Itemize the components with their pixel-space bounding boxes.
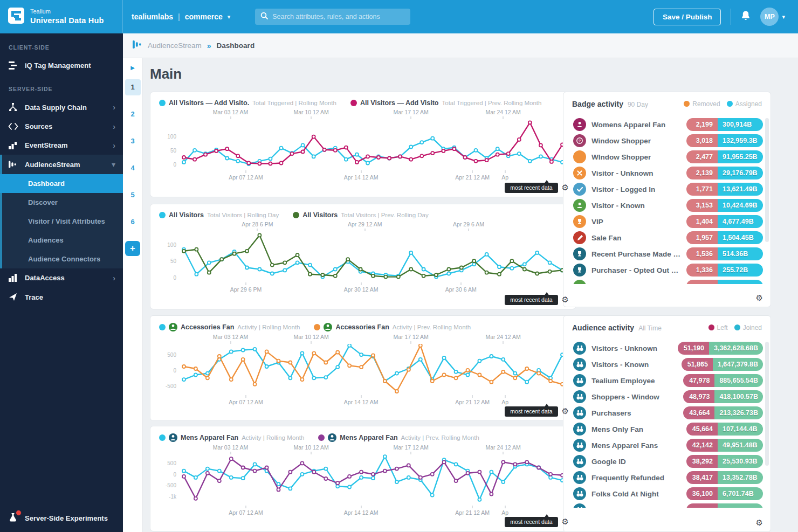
search-input[interactable]: [272, 13, 405, 20]
account-selector[interactable]: tealiumlabs | commerce ▾: [132, 12, 230, 21]
sidebar-item-visitor-visit-attributes[interactable]: Visitor / Visit Attributes: [2, 212, 123, 231]
page-tab-2[interactable]: 2: [125, 106, 141, 122]
gear-icon[interactable]: ⚙: [756, 518, 763, 528]
activity-row-name: Recent Purchase Made - O...: [591, 250, 681, 258]
activity-row[interactable]: [573, 503, 763, 508]
page-tab-6[interactable]: 6: [125, 214, 141, 230]
sidebar-item-audiencestream[interactable]: AudienceStream▾: [2, 155, 123, 174]
axis-label: Apr 29 6 PM: [230, 286, 262, 293]
notifications-bell-icon[interactable]: [741, 10, 751, 23]
activity-row[interactable]: Visitor - Logged In 1,771 13,621.49B: [573, 183, 763, 196]
panel-scrollbar[interactable]: [765, 342, 769, 466]
axis-label: Apr 21 12 AM: [455, 509, 490, 516]
sidebar-item-eventstream[interactable]: EventStream›: [0, 136, 123, 155]
axis-label: Apr 21 12 AM: [455, 399, 490, 405]
chart-plot-area: 5000-500-1k: [181, 454, 565, 504]
y-axis-label: -500: [155, 482, 176, 488]
activity-row[interactable]: Purchaser - Opted Out of ... 1,336 255.7…: [573, 264, 763, 277]
activity-row[interactable]: Shoppers - Window 48,973 418,100.57B: [573, 390, 763, 403]
save-publish-button[interactable]: Save / Publish: [653, 9, 721, 25]
page-tab-1[interactable]: 1: [125, 79, 141, 95]
activity-row[interactable]: Tealium Employee 47,978 885,655.54B: [573, 374, 763, 387]
activity-row-values: 48,973 418,100.57B: [683, 390, 763, 403]
audiencestream-icon: [8, 160, 18, 169]
axis-tick: [472, 506, 473, 508]
activity-row[interactable]: WIndow Shopper 2,477 91,955.25B: [573, 150, 763, 163]
activity-row-name: Folks Cold At Night: [591, 490, 659, 498]
binoculars-icon: [573, 358, 586, 371]
sidebar-item-data-supply-chain[interactable]: Data Supply Chain›: [0, 98, 123, 117]
badge-activity-panel: Badge activity 90 Day Removed Assigned W…: [563, 92, 771, 307]
pencil-icon: [573, 231, 586, 244]
panel-scrollbar[interactable]: [765, 118, 769, 242]
activity-row[interactable]: Sale Fan 1,957 1,504.45B: [573, 231, 763, 244]
right-value-pill: 107,144.4B: [718, 423, 763, 436]
activity-row-values: 1,336 255.72B: [686, 264, 763, 277]
activity-row[interactable]: Mens Apparel Fans 42,142 49,951.48B: [573, 439, 763, 452]
sidebar-item-server-side-experiments[interactable]: Server-Side Experiments: [0, 505, 123, 532]
user-menu[interactable]: MP ▾: [760, 8, 785, 26]
activity-row[interactable]: Mens Only Fan 45,664 107,144.4B: [573, 423, 763, 436]
axis-tick: [246, 506, 246, 508]
activity-row[interactable]: Visitor - Known 3,153 10,424.69B: [573, 199, 763, 212]
gear-icon[interactable]: ⚙: [756, 293, 763, 303]
activity-row[interactable]: [573, 280, 763, 284]
brand-product: Universal Data Hub: [30, 16, 104, 25]
page-tab-4[interactable]: 4: [125, 160, 141, 176]
trophy-icon: [573, 264, 586, 277]
activity-row[interactable]: Visitors - Known 51,865 1,647,379.8B: [573, 358, 763, 371]
panel-period: 90 Day: [628, 101, 648, 108]
activity-row[interactable]: Folks Cold At Night 36,100 6,701.74B: [573, 487, 763, 500]
breadcrumb-parent[interactable]: AudienceStream: [148, 42, 202, 50]
legend-series-meta: Total Triggered | Rolling Month: [252, 100, 336, 106]
avatar[interactable]: MP: [760, 8, 779, 26]
gear-icon[interactable]: ⚙: [562, 407, 569, 416]
add-page-button[interactable]: +: [125, 241, 140, 256]
right-value-pill: 13,352.78B: [718, 471, 763, 484]
right-value-pill: 300,914B: [718, 118, 763, 131]
collapse-rail-icon[interactable]: ▶: [130, 65, 135, 71]
series-dot-icon: [159, 324, 166, 330]
activity-row[interactable]: VIP 1,404 4,677.49B: [573, 215, 763, 228]
breadcrumb: AudienceStream » Dashboard: [123, 33, 798, 58]
activity-row-values: 38,417 13,352.78B: [686, 471, 763, 484]
sidebar-item-trace[interactable]: Trace: [0, 287, 123, 307]
sidebar-item-dataaccess[interactable]: DataAccess›: [0, 268, 123, 287]
chart-card-3: Accessories Fan Activity | Rolling Month…: [150, 315, 576, 421]
sidebar-item-dashboard[interactable]: Dashboard: [0, 174, 123, 193]
y-axis-label: 0: [155, 367, 176, 373]
activity-row[interactable]: Purchasers 43,664 213,326.73B: [573, 406, 763, 419]
activity-row-name: Visitor - Unknown: [591, 169, 653, 177]
activity-row[interactable]: Recent Purchase Made - O... 1,536 514.36…: [573, 247, 763, 260]
gear-icon[interactable]: ⚙: [562, 296, 569, 304]
activity-row[interactable]: Visitor - Unknown 2,139 29,176.79B: [573, 167, 763, 179]
activity-row-values: 51,865 1,647,379.8B: [682, 358, 763, 371]
activity-row[interactable]: ? Window Shopper 3,018 132,959.3B: [573, 134, 763, 147]
line-chart: [181, 454, 566, 504]
activity-row-name: Womens Apparel Fan: [591, 121, 665, 129]
sidebar-item-audiences[interactable]: Audiences: [2, 231, 123, 250]
eventstream-icon: [8, 141, 18, 149]
sidebar-item-discover[interactable]: Discover: [2, 193, 123, 212]
page-tab-3[interactable]: 3: [125, 133, 141, 149]
activity-row[interactable]: Frequently Refunded 38,417 13,352.78B: [573, 471, 763, 484]
sidebar-item-audience-connectors[interactable]: Audience Connectors: [2, 250, 123, 268]
page-title: Main: [150, 66, 182, 82]
legend-series-meta: Activity | Rolling Month: [237, 324, 300, 330]
sources-icon: [8, 123, 18, 130]
activity-row[interactable]: Visitors - Unknown 51,190 3,362,628.68B: [573, 342, 763, 355]
sidebar-item-iq-tag-management[interactable]: iQ Tag Management: [0, 56, 123, 75]
activity-row[interactable]: Google ID 38,292 25,530.93B: [573, 455, 763, 468]
sidebar-item-sources[interactable]: Sources›: [0, 117, 123, 136]
flask-icon: [9, 513, 18, 524]
gear-icon[interactable]: ⚙: [562, 184, 569, 192]
gear-icon[interactable]: ⚙: [562, 518, 569, 526]
legend-series-name: Mens Apparel Fan: [181, 434, 238, 441]
page-tab-5[interactable]: 5: [125, 187, 141, 203]
right-value-pill: 255.72B: [718, 264, 763, 277]
activity-row[interactable]: Womens Apparel Fan 2,199 300,914B: [573, 118, 763, 131]
search-bar[interactable]: [255, 9, 410, 25]
line-chart: [181, 344, 566, 393]
sidebar-item-label: Trace: [25, 293, 43, 301]
y-axis-label: 0: [155, 162, 176, 168]
